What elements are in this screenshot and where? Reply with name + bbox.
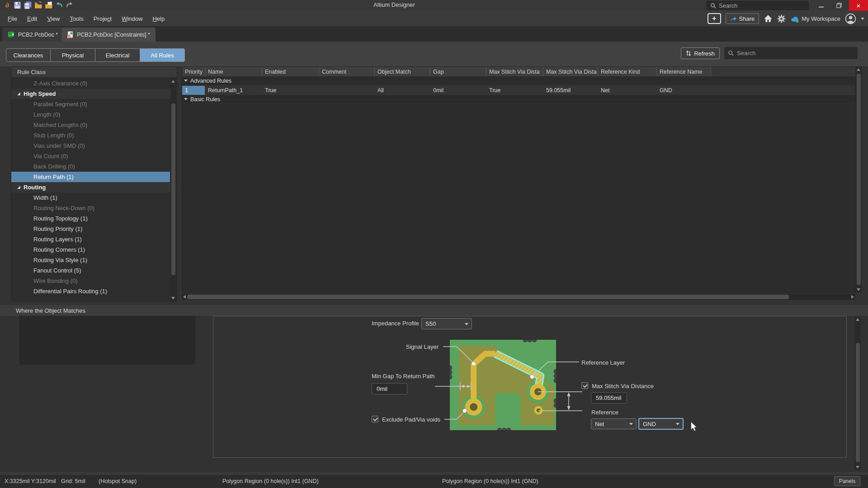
close-button[interactable]: × xyxy=(849,0,868,11)
new-document-button[interactable]: + xyxy=(708,13,721,24)
tree-item-return-path[interactable]: Return Path (1) xyxy=(11,172,170,182)
tree-group-routing[interactable]: Routing xyxy=(11,182,177,192)
tree-item[interactable]: Routing Corners (1) xyxy=(11,244,177,255)
cell-comment[interactable] xyxy=(319,86,375,95)
filter-clearances[interactable]: Clearances xyxy=(6,48,51,62)
open-project-icon[interactable] xyxy=(44,1,53,9)
group-row-basic-rules[interactable]: Basic Rules xyxy=(182,95,855,104)
table-horizontal-scrollbar[interactable] xyxy=(182,294,855,300)
tree-item[interactable]: Wire Bonding (0) xyxy=(11,276,177,286)
tree-item[interactable]: Differential Pairs Routing (1) xyxy=(11,286,177,296)
col-max-stitch-2[interactable]: Max Stitch Via Dista xyxy=(543,67,598,76)
save-icon[interactable] xyxy=(13,1,22,9)
gear-icon[interactable] xyxy=(777,14,786,23)
object-match-query-box[interactable] xyxy=(19,315,195,365)
account-dropdown-icon[interactable] xyxy=(861,18,864,20)
my-workspace[interactable]: My Workspace xyxy=(790,15,840,23)
scroll-right-icon[interactable] xyxy=(851,295,854,299)
cell-max-stitch-enabled[interactable]: True xyxy=(486,86,543,95)
cell-max-stitch-distance[interactable]: 59.055mil xyxy=(543,86,598,95)
filter-electrical[interactable]: Electrical xyxy=(95,48,140,62)
share-button[interactable]: Share xyxy=(726,13,760,24)
col-reference-kind[interactable]: Reference Kind xyxy=(598,67,657,76)
scroll-down-icon[interactable] xyxy=(171,297,175,300)
menu-file[interactable]: File xyxy=(4,14,21,24)
tree-item[interactable]: Fanout Control (5) xyxy=(11,265,177,276)
account-avatar-icon[interactable] xyxy=(845,13,856,24)
reference-net-dropdown[interactable]: GND xyxy=(638,418,684,430)
scroll-up-icon[interactable] xyxy=(171,80,175,83)
tree-item[interactable]: Routing Layers (1) xyxy=(11,234,177,244)
rules-search-input[interactable]: Search xyxy=(724,47,858,59)
scroll-up-icon[interactable] xyxy=(856,318,859,321)
tree-item[interactable]: Stub Length (0) xyxy=(11,130,177,141)
cell-reference-kind[interactable]: Net xyxy=(598,86,657,95)
doc-tab-pcb[interactable]: PCB2.PcbDoc * xyxy=(2,28,63,42)
save-all-icon[interactable] xyxy=(24,1,32,9)
tree-item[interactable]: Z-Axis Clearance (0) xyxy=(11,78,177,89)
cell-name[interactable]: ReturnPath_1 xyxy=(205,86,262,95)
editor-vertical-scrollbar[interactable] xyxy=(854,316,861,470)
tree-item[interactable]: Width (1) xyxy=(11,192,177,203)
tree-item[interactable]: Parallel Segment (0) xyxy=(11,99,177,109)
col-comment[interactable]: Comment xyxy=(319,67,375,76)
table-scroll-thumb[interactable] xyxy=(857,74,861,285)
undo-icon[interactable] xyxy=(55,1,63,9)
tree-item[interactable]: Matched Lengths (0) xyxy=(11,120,177,130)
panels-button[interactable]: Panels xyxy=(834,476,860,486)
group-row-advanced-rules[interactable]: Advanced Rules xyxy=(182,76,855,85)
cell-object-match[interactable]: All xyxy=(375,86,430,95)
tree-item[interactable]: Routing Priority (1) xyxy=(11,224,177,234)
scroll-up-icon[interactable] xyxy=(857,68,860,71)
cell-gap[interactable]: 0mil xyxy=(430,86,486,95)
editor-scroll-thumb[interactable] xyxy=(856,343,860,462)
titlebar-search-input[interactable]: Search xyxy=(707,1,809,10)
reference-kind-dropdown[interactable]: Net xyxy=(591,418,637,429)
filter-all-rules[interactable]: All Rules xyxy=(140,48,185,62)
minimize-button[interactable] xyxy=(813,0,829,11)
home-icon[interactable] xyxy=(764,14,773,23)
collapse-icon[interactable] xyxy=(184,80,188,82)
filter-physical[interactable]: Physical xyxy=(51,48,95,62)
tree-item[interactable]: Vias under SMD (0) xyxy=(11,141,177,151)
tree-item[interactable]: Via Count (0) xyxy=(11,151,177,161)
tree-item[interactable]: Length (0) xyxy=(11,109,177,120)
col-enabled[interactable]: Enabled xyxy=(262,67,319,76)
col-object-match[interactable]: Object Match xyxy=(375,67,430,76)
rule-row-returnpath[interactable]: 1 ReturnPath_1 True All 0mil True 59.055… xyxy=(182,86,855,95)
menu-edit[interactable]: Edit xyxy=(23,14,41,24)
max-stitch-checkbox[interactable] xyxy=(581,382,588,389)
restore-button[interactable] xyxy=(831,0,847,11)
tree-item[interactable]: Routing Via Style (1) xyxy=(11,255,177,265)
refresh-button[interactable]: Refresh xyxy=(681,47,720,59)
menu-help[interactable]: Help xyxy=(148,14,169,24)
menu-window[interactable]: Window xyxy=(118,14,146,24)
tree-scrollbar[interactable] xyxy=(170,78,176,301)
menu-project[interactable]: Project xyxy=(90,14,116,24)
min-gap-input[interactable]: 0mil xyxy=(372,383,407,394)
tree-group-high-speed[interactable]: High Speed xyxy=(11,89,177,99)
cell-enabled[interactable]: True xyxy=(262,86,319,95)
scroll-down-icon[interactable] xyxy=(856,466,859,469)
open-document-icon[interactable] xyxy=(34,1,42,9)
col-gap[interactable]: Gap xyxy=(430,67,486,76)
collapse-icon[interactable] xyxy=(184,98,188,100)
menu-view[interactable]: View xyxy=(43,14,64,24)
tree-item[interactable]: Routing Neck-Down (0) xyxy=(11,203,177,213)
tree-item[interactable]: Back Drilling (0) xyxy=(11,161,177,172)
cell-priority[interactable]: 1 xyxy=(182,86,205,95)
col-max-stitch-1[interactable]: Max Stitch Via Dista xyxy=(486,67,543,76)
scroll-down-icon[interactable] xyxy=(857,288,860,291)
impedance-profile-dropdown[interactable]: S50 xyxy=(421,318,472,329)
scroll-left-icon[interactable] xyxy=(183,295,186,299)
menu-tools[interactable]: Tools xyxy=(66,14,87,24)
table-vertical-scrollbar[interactable] xyxy=(855,66,862,293)
col-name[interactable]: Name xyxy=(205,67,262,76)
tree-scroll-thumb[interactable] xyxy=(171,103,175,275)
cell-reference-name[interactable]: GND xyxy=(657,86,711,95)
col-priority[interactable]: Priority xyxy=(182,67,205,76)
exclude-pad-via-checkbox[interactable] xyxy=(372,416,378,422)
redo-icon[interactable] xyxy=(65,1,74,9)
col-reference-name[interactable]: Reference Name xyxy=(657,67,711,76)
table-hscroll-thumb[interactable] xyxy=(187,295,789,299)
